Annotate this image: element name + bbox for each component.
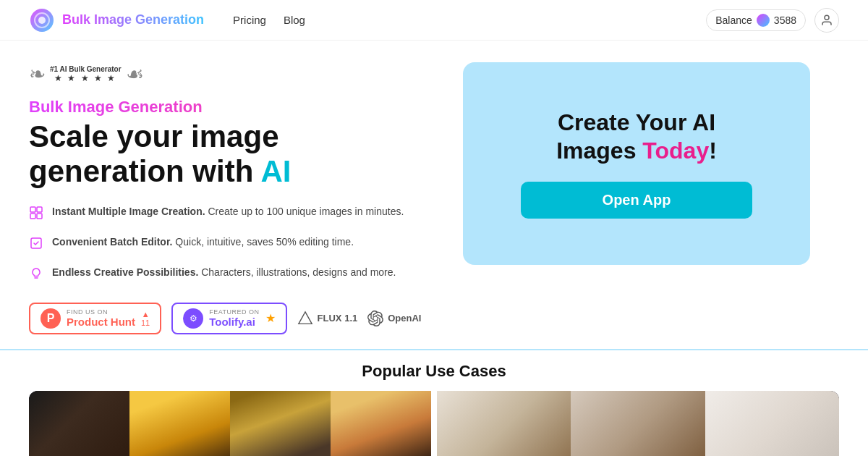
nav-pricing[interactable]: Pricing xyxy=(233,14,266,26)
feature-item: Instant Multiple Image Creation. Create … xyxy=(29,204,434,224)
popular-section: Popular Use Cases xyxy=(0,349,868,456)
logo-text: Bulk Image Generation xyxy=(62,12,204,28)
hero-title-line2: generation with xyxy=(29,154,253,188)
award-title: #1 AI Bulk Generator xyxy=(50,65,122,73)
gallery-image-woman2 xyxy=(331,391,431,456)
balance-badge: Balance 3588 xyxy=(706,9,806,31)
svg-rect-7 xyxy=(37,214,42,219)
cta-today-word: Today xyxy=(642,138,709,164)
main-content: ❧ #1 AI Bulk Generator ★ ★ ★ ★ ★ ☙ Bulk … xyxy=(0,41,868,349)
gallery-image-piano xyxy=(29,391,129,456)
hero-title-line1: Scale your image xyxy=(29,119,279,153)
nav-links: Pricing Blog xyxy=(233,14,305,27)
feature-text-2: Convenient Batch Editor. Quick, intuitiv… xyxy=(52,235,354,250)
flux-label: FLUX 1.1 xyxy=(318,313,358,324)
svg-rect-6 xyxy=(30,214,35,219)
image-gallery xyxy=(29,391,839,456)
gallery-left xyxy=(29,391,431,456)
ph-name-label: Product Hunt xyxy=(67,316,135,328)
toolify-logo-icon: ⚙ xyxy=(183,308,203,329)
laurel-right-icon: ☙ xyxy=(126,62,144,86)
toolify-featured-label: FEATURED ON xyxy=(209,308,259,316)
bulb-icon xyxy=(29,266,43,285)
user-avatar[interactable] xyxy=(814,8,839,33)
svg-point-2 xyxy=(38,17,46,24)
laurel-left-icon: ❧ xyxy=(29,62,46,86)
balance-label: Balance xyxy=(715,14,752,26)
badges-row: P FIND US ON Product Hunt ▲ 11 ⚙ FEATURE… xyxy=(29,303,434,334)
svg-rect-5 xyxy=(37,207,42,212)
popular-title: Popular Use Cases xyxy=(29,362,839,381)
left-side: ❧ #1 AI Bulk Generator ★ ★ ★ ★ ★ ☙ Bulk … xyxy=(29,62,434,334)
feature-item: Convenient Batch Editor. Quick, intuitiv… xyxy=(29,235,434,255)
gallery-right xyxy=(437,391,839,456)
cta-exclaim: ! xyxy=(709,138,717,164)
ph-logo-icon: P xyxy=(41,308,61,329)
logo-area[interactable]: Bulk Image Generation xyxy=(29,7,204,33)
cta-title-line1: Create Your AI xyxy=(558,109,715,135)
open-app-button[interactable]: Open App xyxy=(521,182,752,219)
hero-title: Scale your image generation with AI xyxy=(29,119,434,190)
grid-icon xyxy=(29,206,43,224)
openai-badge: OpenAI xyxy=(367,311,421,326)
ph-arrow-icon: ▲ xyxy=(142,310,150,318)
ph-text: FIND US ON Product Hunt xyxy=(67,308,135,328)
right-side: Create Your AI Images Today! Open App xyxy=(463,62,810,334)
flux-icon xyxy=(297,311,313,326)
toolify-star-icon: ★ xyxy=(265,311,276,325)
award-stars: ★ ★ ★ ★ ★ xyxy=(50,73,122,83)
hero-subtitle: Bulk Image Generation xyxy=(29,98,434,117)
ph-count: 11 xyxy=(141,318,150,327)
feature-text-3: Endless Creative Possibilities. Characte… xyxy=(52,265,396,280)
gallery-image-bottle xyxy=(705,391,839,456)
navbar: Bulk Image Generation Pricing Blog Balan… xyxy=(0,0,868,41)
balance-value: 3588 xyxy=(774,14,796,26)
cta-title-line2: Images xyxy=(556,138,642,164)
hero-ai-word: AI xyxy=(260,154,291,188)
toolify-name-label: Toolify.ai xyxy=(209,316,259,328)
nav-right: Balance 3588 xyxy=(706,8,839,33)
cta-title: Create Your AI Images Today! xyxy=(556,109,717,164)
flux-badge: FLUX 1.1 xyxy=(297,311,358,326)
toolify-badge[interactable]: ⚙ FEATURED ON Toolify.ai ★ xyxy=(171,303,286,334)
cta-card: Create Your AI Images Today! Open App xyxy=(463,62,810,265)
toolify-text: FEATURED ON Toolify.ai xyxy=(209,308,259,328)
balance-icon xyxy=(757,14,770,27)
openai-label: OpenAI xyxy=(388,313,421,324)
nav-blog[interactable]: Blog xyxy=(284,14,305,26)
award-text: #1 AI Bulk Generator ★ ★ ★ ★ ★ xyxy=(50,65,122,83)
feature-text-1: Instant Multiple Image Creation. Create … xyxy=(52,204,404,219)
svg-point-3 xyxy=(825,15,829,20)
gallery-image-chair1 xyxy=(437,391,571,456)
product-hunt-badge[interactable]: P FIND US ON Product Hunt ▲ 11 xyxy=(29,303,161,334)
gallery-image-chair2 xyxy=(571,391,705,456)
svg-marker-9 xyxy=(298,311,311,324)
logo-icon xyxy=(29,7,55,33)
feature-item: Endless Creative Possibilities. Characte… xyxy=(29,265,434,285)
award-badge: ❧ #1 AI Bulk Generator ★ ★ ★ ★ ★ ☙ xyxy=(29,62,434,86)
edit-icon xyxy=(29,236,43,255)
gallery-image-man xyxy=(230,391,331,456)
svg-rect-4 xyxy=(30,207,35,212)
ph-find-us-label: FIND US ON xyxy=(67,308,135,316)
ph-upvote: ▲ 11 xyxy=(141,310,150,327)
features-list: Instant Multiple Image Creation. Create … xyxy=(29,204,434,285)
gallery-image-woman1 xyxy=(129,391,230,456)
openai-icon xyxy=(367,311,383,326)
